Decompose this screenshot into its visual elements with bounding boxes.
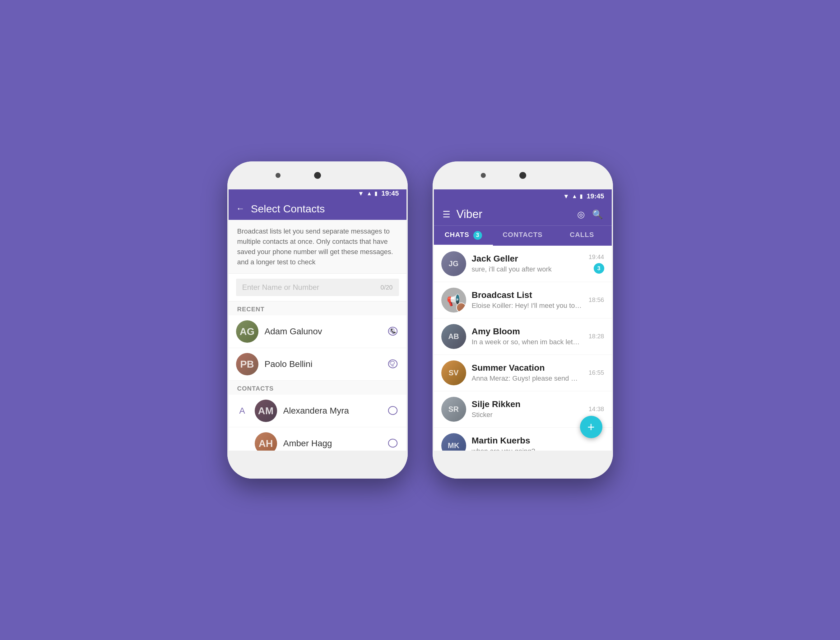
chat-meta-jack: 19:44 3 [589, 253, 604, 274]
chat-item-jack[interactable]: JG Jack Geller sure, i'll call you after… [434, 246, 612, 282]
contact-item-adam[interactable]: AG Adam Galunov 📞 [229, 315, 406, 348]
chat-content-broadcast: Broadcast List Eloise Koiller: Hey! I'll… [472, 290, 583, 310]
contact-item-alex[interactable]: A AM Alexandera Myra [229, 395, 406, 427]
qr-code-icon[interactable]: ◎ [577, 209, 585, 219]
chat-item-amy-bloom[interactable]: AB Amy Bloom In a week or so, when im ba… [434, 318, 612, 355]
viber-header: ☰ Viber ◎ 🔍 [434, 203, 612, 226]
chat-content-silje: Silje Rikken Sticker [472, 399, 583, 419]
contact-avatar-amber: AH [255, 432, 277, 451]
chat-time-jack: 19:44 [589, 253, 604, 261]
chat-name-summer: Summer Vacation [472, 363, 583, 373]
tab-calls[interactable]: CALLS [552, 226, 612, 246]
phone-top-bar-1 [227, 162, 408, 189]
chat-avatar-jack: JG [441, 251, 466, 276]
viber-icon-alex [387, 405, 399, 417]
svg-point-2 [389, 360, 397, 368]
chat-item-summer[interactable]: SV Summer Vacation Anna Meraz: Guys! ple… [434, 355, 612, 391]
chat-time-summer: 16:55 [589, 369, 604, 376]
contact-avatar-paolo: PB [236, 353, 258, 375]
hamburger-menu-icon[interactable]: ☰ [443, 209, 450, 219]
status-icons-1: ▼ ▲ ▮ [358, 190, 378, 197]
phone-screen-2: ▼ ▲ ▮ 19:45 ☰ Viber ◎ 🔍 CHATS 3 C [434, 189, 612, 451]
search-bar[interactable]: Enter Name or Number 0/20 [236, 278, 399, 296]
phone-camera-2 [519, 172, 526, 179]
chat-meta-amy-bloom: 18:28 [589, 333, 604, 340]
chat-name-silje: Silje Rikken [472, 399, 583, 409]
chat-meta-silje: 14:38 [589, 405, 604, 413]
chat-avatar-broadcast: 📢 [441, 288, 466, 312]
chat-content-jack: Jack Geller sure, i'll call you after wo… [472, 254, 583, 274]
svg-point-3 [389, 406, 397, 414]
status-time-2: 19:45 [587, 192, 604, 200]
status-icons-2: ▼ ▲ ▮ [563, 193, 583, 200]
phone-sensor-2 [481, 173, 486, 178]
tab-chats[interactable]: CHATS 3 [434, 226, 493, 246]
unread-badge-jack: 3 [594, 263, 604, 274]
chat-item-broadcast[interactable]: 📢 Broadcast List Eloise Koiller: Hey! I'… [434, 282, 612, 318]
viber-app-title: Viber [456, 208, 482, 221]
chat-avatar-amy-bloom: AB [441, 324, 466, 349]
signal-icon-2: ▲ [571, 193, 577, 200]
viber-header-right: ◎ 🔍 [577, 209, 603, 219]
recent-section-label: RECENT [229, 301, 406, 315]
broadcast-sub-avatar [456, 302, 466, 312]
chat-preview-jack: sure, i'll call you after work [472, 265, 583, 274]
chat-time-amy-bloom: 18:28 [589, 333, 604, 340]
battery-icon: ▮ [374, 190, 378, 197]
page-title: Select Contacts [251, 203, 325, 215]
wifi-icon-2: ▼ [563, 193, 570, 200]
chat-preview-martin: when are you going? [472, 447, 599, 451]
status-bar-2: ▼ ▲ ▮ 19:45 [434, 189, 612, 203]
chat-name-amy-bloom: Amy Bloom [472, 326, 583, 336]
chat-time-silje: 14:38 [589, 405, 604, 413]
contact-item-amber[interactable]: AH Amber Hagg [229, 427, 406, 451]
chat-avatar-silje: SR [441, 397, 466, 422]
chat-content-amy-bloom: Amy Bloom In a week or so, when im back … [472, 326, 583, 346]
chat-name-broadcast: Broadcast List [472, 290, 583, 300]
search-icon[interactable]: 🔍 [592, 209, 603, 219]
contact-name-adam: Adam Galunov [265, 326, 380, 336]
fab-new-chat[interactable]: + [580, 416, 602, 438]
chat-preview-broadcast: Eloise Koiller: Hey! I'll meet you tomor… [472, 302, 583, 310]
chat-content-martin: Martin Kuerbs when are you going? [472, 436, 599, 451]
svg-text:📞: 📞 [390, 328, 396, 334]
chats-badge: 3 [474, 231, 482, 240]
search-count: 0/20 [381, 284, 393, 291]
chat-content-summer: Summer Vacation Anna Meraz: Guys! please… [472, 363, 583, 382]
contact-name-amber: Amber Hagg [283, 438, 380, 448]
chat-avatar-summer: SV [441, 360, 466, 385]
phone-bottom-bar-1 [227, 451, 408, 478]
signal-icon: ▲ [366, 190, 372, 197]
svg-point-4 [389, 439, 397, 447]
viber-header-left: ☰ Viber [443, 208, 482, 221]
phone-bottom-bar-2 [433, 451, 613, 478]
viber-icon-amber [387, 437, 399, 450]
select-contacts-header: ← Select Contacts [229, 197, 406, 220]
back-button[interactable]: ← [236, 204, 245, 214]
chat-preview-amy-bloom: In a week or so, when im back lets meet … [472, 338, 583, 346]
viber-icon-adam: 📞 [387, 325, 399, 338]
chat-name-jack: Jack Geller [472, 254, 583, 264]
contact-name-alex: Alexandera Myra [283, 406, 380, 416]
phone-1: ▼ ▲ ▮ 19:45 ← Select Contacts Broadcast … [227, 162, 408, 478]
phone-camera-1 [314, 172, 321, 179]
search-bar-container: Enter Name or Number 0/20 [229, 274, 406, 301]
search-placeholder: Enter Name or Number [242, 283, 319, 292]
phone-2: ▼ ▲ ▮ 19:45 ☰ Viber ◎ 🔍 CHATS 3 C [433, 162, 613, 478]
phone-sensor-1 [275, 173, 280, 178]
chat-time-broadcast: 18:56 [589, 296, 604, 304]
tab-contacts[interactable]: CONTACTS [493, 226, 552, 246]
contact-item-paolo[interactable]: PB Paolo Bellini [229, 348, 406, 381]
broadcast-info-text: Broadcast lists let you send separate me… [229, 220, 406, 274]
status-time-1: 19:45 [381, 189, 399, 197]
chat-list: JG Jack Geller sure, i'll call you after… [434, 246, 612, 451]
battery-icon-2: ▮ [580, 193, 583, 200]
contact-avatar-alex: AM [255, 400, 277, 422]
contact-avatar-adam: AG [236, 320, 258, 343]
chat-avatar-martin: MK [441, 433, 466, 451]
tabs-bar: CHATS 3 CONTACTS CALLS [434, 226, 612, 246]
chat-preview-silje: Sticker [472, 411, 583, 419]
wifi-icon: ▼ [358, 190, 364, 197]
chat-name-martin: Martin Kuerbs [472, 436, 599, 446]
phone-top-bar-2 [433, 162, 613, 189]
